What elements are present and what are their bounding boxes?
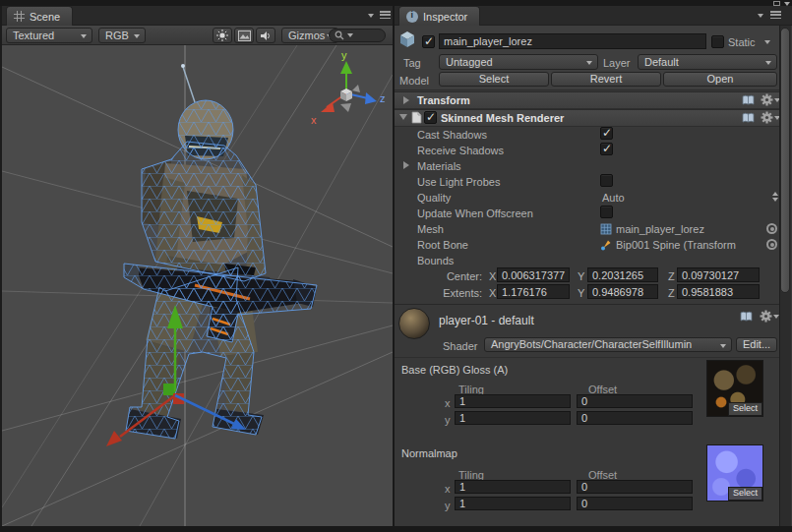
- bounds-center-y-field[interactable]: 0.2031265: [587, 267, 658, 282]
- info-icon: [406, 11, 418, 23]
- normalmap-tiling-y-field[interactable]: 1: [455, 497, 571, 510]
- bone-icon: [600, 239, 612, 253]
- scene-pane-menu-icon[interactable]: [380, 11, 391, 19]
- row-x-label: x: [445, 396, 451, 410]
- search-icon: [335, 30, 344, 40]
- bounds-extents-y-field[interactable]: 0.9486978: [587, 284, 658, 299]
- model-select-button[interactable]: Select: [439, 72, 549, 87]
- component-page-icon: [411, 111, 422, 126]
- bounds-center-label: Center:: [417, 269, 482, 283]
- materials-foldout[interactable]: [403, 161, 409, 169]
- axis-z-label: Z: [668, 269, 675, 283]
- normalmap-tiling-x-field[interactable]: 1: [455, 480, 571, 494]
- help-book-icon[interactable]: [742, 112, 755, 126]
- help-book-icon[interactable]: [742, 94, 755, 108]
- base-offset-x-field[interactable]: 0: [577, 394, 693, 408]
- base-tiling-x-field[interactable]: 1: [455, 394, 571, 408]
- scene-pane-caret-icon[interactable]: [368, 14, 374, 18]
- quality-value[interactable]: Auto: [602, 191, 625, 205]
- gizmo-y-label[interactable]: y: [341, 49, 347, 61]
- cast-shadows-label: Cast Shadows: [417, 128, 487, 142]
- gameobject-cube-icon: [398, 30, 416, 50]
- unity-editor-window: Scene Inspector Textured RGB Gizmos: [0, 0, 792, 532]
- quality-popup-down-icon[interactable]: [772, 198, 778, 202]
- base-offset-y-field[interactable]: 0: [577, 411, 693, 425]
- transform-title: Transform: [417, 93, 470, 107]
- normalmap-section-label: Normalmap: [401, 446, 457, 460]
- active-checkbox[interactable]: [422, 35, 435, 48]
- tab-scene[interactable]: Scene: [6, 6, 73, 26]
- tab-inspector[interactable]: Inspector: [398, 6, 480, 26]
- axis-z-label: Z: [668, 286, 675, 300]
- help-book-icon[interactable]: [740, 311, 753, 325]
- layer-dropdown[interactable]: Default: [638, 54, 777, 70]
- root-bone-object-picker-icon[interactable]: [766, 239, 777, 250]
- tag-dropdown[interactable]: Untagged: [439, 54, 598, 70]
- bounds-extents-x-field[interactable]: 1.176176: [497, 284, 570, 299]
- grid-icon: [14, 11, 25, 22]
- use-light-probes-checkbox[interactable]: [600, 174, 613, 187]
- static-checkbox[interactable]: [711, 35, 724, 48]
- root-bone-label: Root Bone: [417, 238, 468, 252]
- shader-label: Shader: [443, 339, 477, 353]
- smr-title: Skinned Mesh Renderer: [441, 111, 564, 125]
- model-label: Model: [399, 74, 429, 88]
- receive-shadows-checkbox[interactable]: [600, 143, 613, 155]
- axis-y-label: Y: [578, 269, 584, 283]
- scene-fx-toggle[interactable]: [234, 28, 254, 43]
- mesh-object-picker-icon[interactable]: [766, 223, 777, 234]
- axis-y-label: Y: [578, 286, 584, 300]
- bounds-label: Bounds: [417, 254, 454, 267]
- render-channel-dropdown[interactable]: RGB: [98, 28, 146, 43]
- gameobject-name-field[interactable]: main_player_lorez: [439, 33, 706, 49]
- scene-audio-toggle[interactable]: [256, 28, 275, 43]
- shading-mode-dropdown[interactable]: Textured: [6, 28, 92, 43]
- gizmo-z-label[interactable]: z: [380, 92, 386, 104]
- base-texture-section-label: Base (RGB) Gloss (A): [401, 363, 508, 377]
- quality-popup-up-icon[interactable]: [772, 192, 778, 196]
- search-filter-caret-icon: [347, 33, 353, 37]
- quality-label: Quality: [417, 191, 451, 205]
- normalmap-select-button[interactable]: Select: [728, 487, 762, 501]
- base-texture-select-button[interactable]: Select: [728, 402, 762, 416]
- cast-shadows-checkbox[interactable]: [600, 127, 613, 140]
- gear-icon[interactable]: [760, 310, 772, 325]
- base-tiling-y-field[interactable]: 1: [455, 411, 571, 425]
- mesh-value[interactable]: main_player_lorez: [616, 222, 763, 236]
- inspector-scrollbar-thumb[interactable]: [780, 28, 790, 293]
- shader-dropdown[interactable]: AngryBots/Character/CharacterSelfIllumin: [484, 337, 732, 352]
- gizmo-x-label[interactable]: x: [311, 114, 317, 126]
- scene-viewport[interactable]: y x z: [2, 45, 393, 526]
- axis-x-label: X: [489, 286, 496, 300]
- normalmap-offset-x-field[interactable]: 0: [577, 480, 693, 494]
- root-bone-value[interactable]: Bip001 Spine (Transform: [616, 238, 763, 252]
- scene-lighting-toggle[interactable]: [213, 28, 232, 43]
- normalmap-offset-y-field[interactable]: 0: [577, 497, 693, 510]
- mesh-label: Mesh: [417, 222, 444, 236]
- bounds-extents-label: Extents:: [417, 286, 482, 300]
- update-when-offscreen-label: Update When Offscreen: [417, 207, 533, 220]
- static-flags-caret-icon[interactable]: [764, 40, 770, 44]
- smr-foldout[interactable]: [399, 114, 407, 120]
- gear-icon[interactable]: [761, 93, 773, 108]
- shader-edit-button[interactable]: Edit...: [736, 337, 777, 352]
- mesh-icon: [600, 223, 612, 237]
- section-divider: [395, 304, 779, 305]
- transform-foldout[interactable]: [403, 96, 409, 104]
- bounds-center-z-field[interactable]: 0.09730127: [677, 267, 760, 282]
- image-icon: [238, 30, 251, 41]
- scene-search-input[interactable]: [329, 29, 386, 42]
- smr-enabled-checkbox[interactable]: [424, 111, 437, 124]
- gear-icon[interactable]: [761, 111, 773, 126]
- inspector-pane-menu-icon[interactable]: [770, 11, 781, 19]
- bounds-extents-z-field[interactable]: 0.9581883: [677, 284, 760, 299]
- window-bottom-edge: [0, 526, 792, 532]
- bounds-center-x-field[interactable]: 0.006317377: [497, 267, 570, 282]
- material-preview-sphere[interactable]: [398, 308, 430, 339]
- row-y-label: y: [445, 413, 451, 427]
- model-revert-button[interactable]: Revert: [551, 72, 661, 87]
- inspector-pane-caret-icon[interactable]: [758, 14, 763, 18]
- materials-label: Materials: [417, 159, 461, 173]
- update-when-offscreen-checkbox[interactable]: [600, 206, 613, 218]
- model-open-button[interactable]: Open: [663, 72, 777, 87]
